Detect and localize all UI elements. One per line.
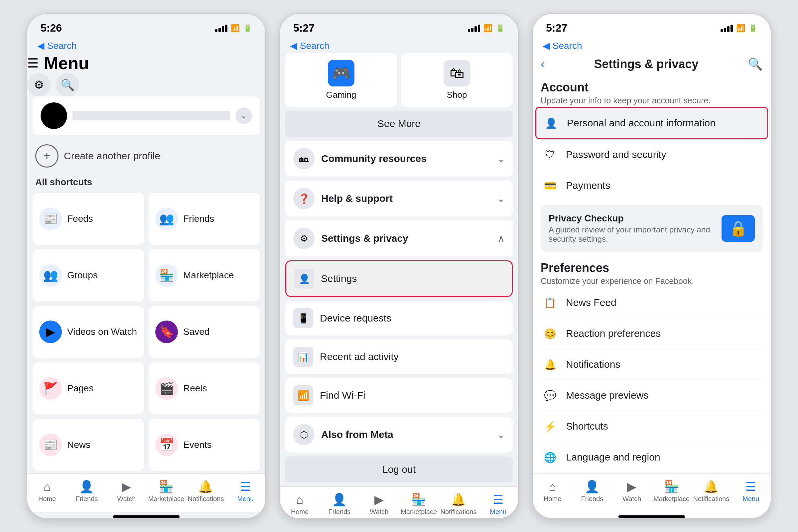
create-profile-row[interactable]: + Create another profile	[27, 139, 265, 173]
nav-bar-2: ◀ Search	[280, 37, 518, 53]
shop-tile[interactable]: 🛍 Shop	[401, 53, 513, 107]
phone2-settings-menu: 5:27 📶 🔋 ◀ Search 🎮 Gaming	[279, 13, 519, 519]
also-meta-header[interactable]: ⬡ Also from Meta ⌄	[285, 417, 513, 453]
chevron-down-icon[interactable]: ⌄	[235, 108, 252, 124]
password-icon: 🛡	[540, 145, 559, 164]
hamburger-icon: ☰	[27, 56, 39, 71]
search-nav-3[interactable]: ◀ Search	[543, 40, 582, 51]
menu-nav-icon-2: ☰	[493, 493, 504, 507]
shortcut-videos[interactable]: ▶ Videos on Watch	[33, 306, 144, 358]
notifications-label: Notifications	[566, 359, 620, 370]
watch-nav-icon: ▶	[122, 480, 131, 494]
meta-label: Also from Meta	[321, 429, 491, 440]
shortcut-saved[interactable]: 🔖 Saved	[149, 306, 260, 358]
videos-icon: ▶	[39, 321, 62, 343]
shortcut-news[interactable]: 📰 News	[33, 419, 144, 471]
bottom-friends-2[interactable]: 👤 Friends	[320, 491, 359, 517]
search-nav-2[interactable]: ◀ Search	[290, 40, 329, 51]
password-security-item[interactable]: 🛡 Password and security	[540, 139, 763, 170]
shortcuts-item[interactable]: ⚡ Shortcuts	[540, 411, 763, 442]
shortcut-pages[interactable]: 🚩 Pages	[33, 362, 144, 414]
menu-nav-label-2: Menu	[490, 508, 507, 516]
recent-ad-item[interactable]: 📊 Recent ad activity	[285, 340, 513, 374]
bottom-notifications-1[interactable]: 🔔 Notifications	[186, 478, 225, 504]
message-label: Message previews	[566, 390, 648, 401]
status-bar-2: 5:27 📶 🔋	[280, 14, 518, 37]
battery-icon-1: 🔋	[243, 24, 252, 33]
groups-icon: 👥	[39, 264, 62, 287]
shortcut-reels[interactable]: 🎬 Reels	[149, 362, 260, 414]
bottom-menu-1[interactable]: ☰ Menu	[226, 478, 265, 504]
friends-nav-icon-3: 👤	[585, 480, 600, 494]
settings-subitem[interactable]: 👤 Settings	[285, 260, 513, 297]
bottom-watch-2[interactable]: ▶ Watch	[359, 491, 399, 517]
create-profile-label: Create another profile	[64, 150, 160, 162]
settings-privacy-header[interactable]: ⚙ Settings & privacy ∧	[285, 221, 513, 256]
news-feed-item[interactable]: 📋 News Feed	[540, 287, 763, 318]
friends-label: Friends	[183, 213, 214, 224]
profile-section[interactable]: ⌄	[33, 96, 260, 135]
bottom-notifications-2[interactable]: 🔔 Notifications	[439, 491, 478, 517]
help-support-header[interactable]: ❓ Help & support ⌄	[285, 180, 513, 216]
shortcut-groups[interactable]: 👥 Groups	[33, 249, 144, 301]
device-requests-item[interactable]: 📱 Device requests	[285, 301, 513, 336]
bottom-home-2[interactable]: ⌂ Home	[280, 491, 320, 517]
community-resources-header[interactable]: 🏘 Community resources ⌄	[285, 141, 513, 176]
search-button[interactable]: 🔍	[56, 73, 79, 96]
bottom-notifications-3[interactable]: 🔔 Notifications	[691, 478, 731, 504]
community-resources-row: 🏘 Community resources ⌄	[285, 141, 513, 176]
wifi-icon-1: 📶	[231, 24, 240, 33]
message-previews-item[interactable]: 💬 Message previews	[540, 380, 763, 411]
shortcut-feeds[interactable]: 📰 Feeds	[33, 193, 144, 245]
bottom-marketplace-1[interactable]: 🏪 Marketplace	[146, 478, 186, 504]
language-item[interactable]: 🌐 Language and region	[540, 442, 763, 473]
find-wifi-item[interactable]: 📶 Find Wi-Fi	[285, 378, 513, 413]
personal-info-item[interactable]: 👤 Personal and account information	[535, 107, 768, 139]
bottom-friends-3[interactable]: 👤 Friends	[572, 478, 612, 504]
bottom-marketplace-2[interactable]: 🏪 Marketplace	[399, 491, 439, 517]
bottom-menu-2[interactable]: ☰ Menu	[478, 491, 518, 517]
bottom-watch-3[interactable]: ▶ Watch	[612, 478, 652, 504]
status-bar-1: 5:26 📶 🔋	[27, 14, 265, 37]
help-icon: ❓	[293, 188, 315, 209]
gaming-tile[interactable]: 🎮 Gaming	[285, 53, 397, 107]
settings-subitem-icon: 👤	[294, 269, 314, 289]
notifications-item[interactable]: 🔔 Notifications	[540, 349, 763, 380]
notifications-nav-icon: 🔔	[198, 480, 213, 494]
home-nav-icon-3: ⌂	[549, 480, 556, 494]
bottom-menu-3[interactable]: ☰ Menu	[731, 478, 771, 504]
shortcut-marketplace[interactable]: 🏪 Marketplace	[149, 249, 260, 301]
search-nav-1[interactable]: ◀ Search	[37, 40, 77, 51]
friends-nav-label-2: Friends	[328, 508, 351, 516]
notifications-nav-label-3: Notifications	[693, 495, 729, 503]
privacy-checkup-icon: 🔒	[722, 215, 755, 242]
gear-icon: ⚙	[34, 78, 44, 92]
shortcut-events[interactable]: 📅 Events	[149, 419, 260, 471]
reaction-pref-item[interactable]: 😊 Reaction preferences	[540, 318, 763, 349]
bottom-marketplace-3[interactable]: 🏪 Marketplace	[652, 478, 691, 504]
wifi-icon-2: 📶	[483, 24, 492, 33]
bottom-friends-1[interactable]: 👤 Friends	[67, 478, 107, 504]
home-nav-icon-2: ⌂	[296, 493, 304, 507]
marketplace-nav-label-2: Marketplace	[401, 508, 437, 516]
privacy-checkup-title: Privacy Checkup	[549, 213, 715, 224]
marketplace-nav-icon-2: 🏪	[411, 493, 426, 507]
logout-button[interactable]: Log out	[285, 457, 513, 482]
bottom-home-1[interactable]: ⌂ Home	[27, 478, 67, 504]
watch-nav-label: Watch	[117, 495, 136, 503]
wifi-icon-3: 📶	[736, 24, 745, 33]
bottom-home-3[interactable]: ⌂ Home	[533, 478, 572, 504]
shortcut-friends[interactable]: 👥 Friends	[149, 193, 260, 245]
back-button[interactable]: ‹	[540, 57, 545, 71]
personal-info-icon: 👤	[542, 114, 560, 132]
reaction-label: Reaction preferences	[566, 328, 661, 339]
gear-button[interactable]: ⚙	[27, 73, 51, 96]
time-3: 5:27	[546, 22, 567, 34]
payments-item[interactable]: 💳 Payments	[540, 170, 763, 201]
events-label: Events	[183, 440, 212, 450]
see-more-button[interactable]: See More	[285, 111, 513, 137]
bottom-watch-1[interactable]: ▶ Watch	[107, 478, 146, 504]
settings-search-icon[interactable]: 🔍	[748, 57, 763, 71]
privacy-checkup-card[interactable]: Privacy Checkup A guided review of your …	[540, 205, 763, 252]
news-feed-icon: 📋	[540, 293, 559, 312]
